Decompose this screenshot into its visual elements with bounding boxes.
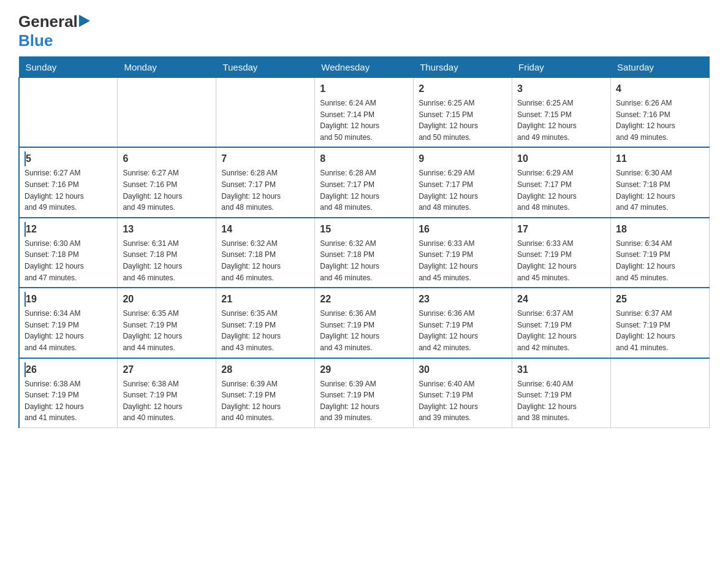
calendar-cell: 16Sunrise: 6:33 AM Sunset: 7:19 PM Dayli… <box>414 218 512 288</box>
day-number: 4 <box>616 82 704 96</box>
day-info: Sunrise: 6:35 AM Sunset: 7:19 PM Dayligh… <box>123 308 211 353</box>
day-info: Sunrise: 6:31 AM Sunset: 7:18 PM Dayligh… <box>123 238 211 283</box>
calendar-cell: 20Sunrise: 6:35 AM Sunset: 7:19 PM Dayli… <box>118 288 216 358</box>
weekday-header-monday: Monday <box>118 57 216 78</box>
day-info: Sunrise: 6:39 AM Sunset: 7:19 PM Dayligh… <box>221 378 309 424</box>
calendar-cell: 31Sunrise: 6:40 AM Sunset: 7:19 PM Dayli… <box>512 358 611 428</box>
day-number: 10 <box>517 151 605 166</box>
calendar-cell: 10Sunrise: 6:29 AM Sunset: 7:17 PM Dayli… <box>512 147 611 217</box>
calendar-cell: 30Sunrise: 6:40 AM Sunset: 7:19 PM Dayli… <box>414 358 512 428</box>
calendar-cell: 21Sunrise: 6:35 AM Sunset: 7:19 PM Dayli… <box>216 288 315 358</box>
day-info: Sunrise: 6:38 AM Sunset: 7:19 PM Dayligh… <box>25 378 112 424</box>
day-info: Sunrise: 6:33 AM Sunset: 7:19 PM Dayligh… <box>517 238 605 283</box>
calendar-cell: 7Sunrise: 6:28 AM Sunset: 7:17 PM Daylig… <box>216 147 315 217</box>
calendar-cell: 6Sunrise: 6:27 AM Sunset: 7:16 PM Daylig… <box>118 147 216 217</box>
logo-arrow-icon <box>79 15 93 28</box>
day-info: Sunrise: 6:25 AM Sunset: 7:15 PM Dayligh… <box>419 98 507 143</box>
calendar-cell <box>19 78 118 148</box>
calendar-cell: 1Sunrise: 6:24 AM Sunset: 7:14 PM Daylig… <box>315 78 414 148</box>
calendar-week-row: 1Sunrise: 6:24 AM Sunset: 7:14 PM Daylig… <box>19 78 710 148</box>
calendar-cell: 14Sunrise: 6:32 AM Sunset: 7:18 PM Dayli… <box>216 218 315 288</box>
calendar-cell: 11Sunrise: 6:30 AM Sunset: 7:18 PM Dayli… <box>611 147 710 217</box>
day-info: Sunrise: 6:36 AM Sunset: 7:19 PM Dayligh… <box>419 308 507 353</box>
day-info: Sunrise: 6:39 AM Sunset: 7:19 PM Dayligh… <box>320 378 408 424</box>
logo: General Blue <box>18 12 93 50</box>
day-number: 14 <box>221 222 309 237</box>
calendar-cell: 15Sunrise: 6:32 AM Sunset: 7:18 PM Dayli… <box>315 218 414 288</box>
day-number: 20 <box>123 292 211 307</box>
day-number: 1 <box>320 82 408 96</box>
day-info: Sunrise: 6:32 AM Sunset: 7:18 PM Dayligh… <box>221 238 309 283</box>
weekday-header-tuesday: Tuesday <box>216 57 315 78</box>
day-number: 3 <box>517 82 605 96</box>
svg-marker-0 <box>79 15 90 27</box>
day-info: Sunrise: 6:40 AM Sunset: 7:19 PM Dayligh… <box>419 378 507 424</box>
day-number: 22 <box>320 292 408 307</box>
calendar-cell: 28Sunrise: 6:39 AM Sunset: 7:19 PM Dayli… <box>216 358 315 428</box>
day-number: 19 <box>25 292 112 307</box>
day-info: Sunrise: 6:28 AM Sunset: 7:17 PM Dayligh… <box>320 167 408 213</box>
day-info: Sunrise: 6:33 AM Sunset: 7:19 PM Dayligh… <box>419 238 507 283</box>
day-number: 25 <box>616 292 704 307</box>
day-info: Sunrise: 6:25 AM Sunset: 7:15 PM Dayligh… <box>517 98 605 143</box>
calendar-cell: 8Sunrise: 6:28 AM Sunset: 7:17 PM Daylig… <box>315 147 414 217</box>
page-header: General Blue <box>18 12 710 50</box>
day-number: 12 <box>25 222 112 237</box>
day-number: 31 <box>517 362 605 377</box>
calendar-cell: 4Sunrise: 6:26 AM Sunset: 7:16 PM Daylig… <box>611 78 710 148</box>
weekday-header-wednesday: Wednesday <box>315 57 414 78</box>
day-number: 17 <box>517 222 605 237</box>
calendar-cell <box>118 78 216 148</box>
day-number: 15 <box>320 222 408 237</box>
day-info: Sunrise: 6:27 AM Sunset: 7:16 PM Dayligh… <box>25 167 112 213</box>
day-number: 6 <box>123 151 211 166</box>
calendar-cell: 13Sunrise: 6:31 AM Sunset: 7:18 PM Dayli… <box>118 218 216 288</box>
day-info: Sunrise: 6:40 AM Sunset: 7:19 PM Dayligh… <box>517 378 605 424</box>
day-info: Sunrise: 6:34 AM Sunset: 7:19 PM Dayligh… <box>616 238 704 283</box>
day-info: Sunrise: 6:32 AM Sunset: 7:18 PM Dayligh… <box>320 238 408 283</box>
day-info: Sunrise: 6:27 AM Sunset: 7:16 PM Dayligh… <box>123 167 211 213</box>
calendar-week-row: 19Sunrise: 6:34 AM Sunset: 7:19 PM Dayli… <box>19 288 710 358</box>
calendar-cell: 5Sunrise: 6:27 AM Sunset: 7:16 PM Daylig… <box>19 147 118 217</box>
logo-general-text: General <box>18 12 78 31</box>
calendar-cell: 17Sunrise: 6:33 AM Sunset: 7:19 PM Dayli… <box>512 218 611 288</box>
calendar-cell <box>216 78 315 148</box>
day-info: Sunrise: 6:38 AM Sunset: 7:19 PM Dayligh… <box>123 378 211 424</box>
day-info: Sunrise: 6:30 AM Sunset: 7:18 PM Dayligh… <box>25 238 112 283</box>
day-number: 7 <box>221 151 309 166</box>
calendar-week-row: 5Sunrise: 6:27 AM Sunset: 7:16 PM Daylig… <box>19 147 710 217</box>
day-number: 28 <box>221 362 309 377</box>
day-info: Sunrise: 6:24 AM Sunset: 7:14 PM Dayligh… <box>320 98 408 143</box>
calendar-week-row: 12Sunrise: 6:30 AM Sunset: 7:18 PM Dayli… <box>19 218 710 288</box>
day-number: 5 <box>25 151 112 166</box>
day-number: 21 <box>221 292 309 307</box>
calendar-cell: 9Sunrise: 6:29 AM Sunset: 7:17 PM Daylig… <box>414 147 512 217</box>
calendar-cell: 2Sunrise: 6:25 AM Sunset: 7:15 PM Daylig… <box>414 78 512 148</box>
weekday-header-thursday: Thursday <box>414 57 512 78</box>
calendar-cell: 27Sunrise: 6:38 AM Sunset: 7:19 PM Dayli… <box>118 358 216 428</box>
weekday-header-saturday: Saturday <box>611 57 710 78</box>
calendar-cell: 22Sunrise: 6:36 AM Sunset: 7:19 PM Dayli… <box>315 288 414 358</box>
day-info: Sunrise: 6:34 AM Sunset: 7:19 PM Dayligh… <box>25 308 112 353</box>
day-number: 23 <box>419 292 507 307</box>
day-info: Sunrise: 6:37 AM Sunset: 7:19 PM Dayligh… <box>616 308 704 353</box>
day-info: Sunrise: 6:35 AM Sunset: 7:19 PM Dayligh… <box>221 308 309 353</box>
calendar-cell: 26Sunrise: 6:38 AM Sunset: 7:19 PM Dayli… <box>19 358 118 428</box>
calendar-cell: 23Sunrise: 6:36 AM Sunset: 7:19 PM Dayli… <box>414 288 512 358</box>
calendar-cell: 24Sunrise: 6:37 AM Sunset: 7:19 PM Dayli… <box>512 288 611 358</box>
weekday-header-row: SundayMondayTuesdayWednesdayThursdayFrid… <box>19 57 710 78</box>
day-number: 18 <box>616 222 704 237</box>
calendar-cell: 19Sunrise: 6:34 AM Sunset: 7:19 PM Dayli… <box>19 288 118 358</box>
day-number: 16 <box>419 222 507 237</box>
day-info: Sunrise: 6:36 AM Sunset: 7:19 PM Dayligh… <box>320 308 408 353</box>
calendar-cell: 12Sunrise: 6:30 AM Sunset: 7:18 PM Dayli… <box>19 218 118 288</box>
calendar-table: SundayMondayTuesdayWednesdayThursdayFrid… <box>18 56 710 428</box>
day-info: Sunrise: 6:29 AM Sunset: 7:17 PM Dayligh… <box>517 167 605 213</box>
day-number: 13 <box>123 222 211 237</box>
calendar-cell: 18Sunrise: 6:34 AM Sunset: 7:19 PM Dayli… <box>611 218 710 288</box>
day-info: Sunrise: 6:28 AM Sunset: 7:17 PM Dayligh… <box>221 167 309 213</box>
day-number: 27 <box>123 362 211 377</box>
weekday-header-friday: Friday <box>512 57 611 78</box>
day-info: Sunrise: 6:30 AM Sunset: 7:18 PM Dayligh… <box>616 167 704 213</box>
calendar-cell <box>611 358 710 428</box>
